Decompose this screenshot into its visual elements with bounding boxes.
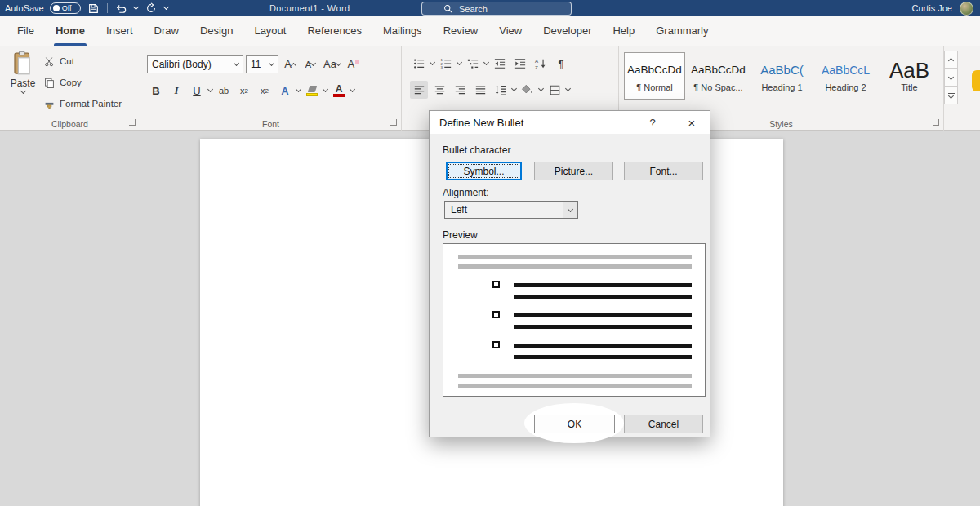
text-effects-button[interactable]: A [276,82,294,100]
align-center-button[interactable] [430,81,448,99]
quick-access-chevron-icon[interactable] [163,4,169,10]
tab-file[interactable]: File [7,16,45,46]
decrease-indent-button[interactable] [491,55,509,73]
superscript-button[interactable]: x2 [256,82,274,100]
tab-design[interactable]: Design [189,16,243,46]
tab-view[interactable]: View [488,16,532,46]
font-color-button[interactable]: A [330,82,348,100]
tab-references[interactable]: References [296,16,372,46]
preview-label: Preview [443,229,478,241]
copy-button[interactable]: Copy [44,72,122,93]
clipboard-group-label: Clipboard [0,119,140,129]
font-size-combobox[interactable]: 11 [246,55,278,73]
preview-bullet-square [492,311,500,318]
tab-insert[interactable]: Insert [96,16,144,46]
justify-button[interactable] [471,81,489,99]
styles-scroll-up-button[interactable] [944,51,958,69]
increase-indent-button[interactable] [511,55,529,73]
symbol-button[interactable]: Symbol... [446,162,522,180]
search-box[interactable]: Search [421,2,572,16]
borders-chevron-icon[interactable] [565,86,571,91]
underline-button[interactable]: U [188,82,206,100]
font-color-chevron-icon[interactable] [350,87,355,92]
clipboard-dialog-launcher[interactable] [129,119,136,126]
cut-button[interactable]: Cut [44,51,122,72]
clear-formatting-eraser-icon [355,60,359,64]
dialog-help-button[interactable]: ? [641,113,664,131]
tab-review[interactable]: Review [433,16,489,46]
grow-font-button[interactable]: A [281,55,299,73]
strikethrough-button[interactable]: ab [215,82,233,100]
alignment-dropdown[interactable]: Left [444,201,578,219]
text-effects-chevron-icon[interactable] [296,87,301,92]
tab-layout[interactable]: Layout [243,16,296,46]
style-tile-normal[interactable]: AaBbCcDd ¶ Normal [624,52,685,100]
numbering-button[interactable]: 123 [437,55,455,73]
cancel-button[interactable]: Cancel [624,415,703,433]
style-tile-no-spacing[interactable]: AaBbCcDd ¶ No Spac... [688,52,749,100]
undo-chevron-icon[interactable] [133,4,139,10]
paste-chevron-icon[interactable] [20,88,25,94]
format-painter-button[interactable]: Format Painter [44,93,122,114]
autosave-toggle[interactable]: Off [50,2,81,14]
styles-scroll-down-button[interactable] [944,69,958,87]
tab-grammarly[interactable]: Grammarly [645,16,719,46]
dialog-close-button[interactable]: × [679,113,705,131]
chevron-down-icon [948,93,954,99]
change-case-button[interactable]: Aa [322,55,342,73]
line-spacing-button[interactable] [492,81,510,99]
subscript-button[interactable]: x2 [235,82,253,100]
tab-developer[interactable]: Developer [532,16,602,46]
sort-az-icon: AZ [534,58,547,69]
clear-formatting-button[interactable]: A [345,55,363,73]
undo-icon[interactable] [114,1,128,16]
multilevel-chevron-icon[interactable] [483,60,489,65]
tab-home[interactable]: Home [45,16,96,46]
line-spacing-chevron-icon[interactable] [511,86,517,91]
styles-gallery-more-button[interactable] [944,87,958,104]
font-dialog-launcher[interactable] [390,119,397,126]
picture-button[interactable]: Picture... [534,162,613,180]
redo-icon[interactable] [144,1,158,16]
grammarly-edge-marker[interactable] [972,70,980,91]
tab-draw[interactable]: Draw [144,16,189,46]
numbered-list-icon: 123 [439,58,452,69]
borders-button[interactable] [546,81,564,99]
search-placeholder: Search [459,4,488,14]
bullets-chevron-icon[interactable] [430,60,435,65]
show-paragraph-marks-button[interactable]: ¶ [552,55,570,73]
sort-button[interactable]: AZ [532,55,550,73]
scissors-icon [44,56,55,67]
paste-button[interactable]: Paste [5,51,41,113]
bullets-button[interactable] [410,55,428,73]
ok-button[interactable]: OK [534,415,615,433]
align-left-button[interactable] [410,81,428,99]
copy-label: Copy [60,78,82,87]
shrink-font-button[interactable]: A [301,55,319,73]
numbering-chevron-icon[interactable] [457,60,462,65]
underline-chevron-icon[interactable] [207,87,213,92]
highlight-chevron-icon[interactable] [323,87,328,92]
tab-help[interactable]: Help [602,16,645,46]
avatar[interactable] [960,2,973,16]
styles-dialog-launcher[interactable] [933,119,939,126]
style-tile-title[interactable]: AaB Title [879,52,940,100]
save-icon[interactable] [87,1,101,16]
italic-button[interactable]: I [167,82,185,100]
shading-chevron-icon[interactable] [538,86,544,91]
font-button[interactable]: Font... [624,162,703,180]
dialog-titlebar[interactable]: Define New Bullet ? × [430,111,710,134]
highlight-color-button[interactable] [303,82,321,100]
multilevel-list-button[interactable] [464,55,482,73]
shading-button[interactable] [519,81,537,99]
indent-icon [514,58,527,69]
autosave-knob-icon [53,5,60,11]
preview-gray-line [458,255,692,259]
align-right-button[interactable] [451,81,469,99]
alignment-dropdown-arrow[interactable] [563,202,577,218]
style-tile-heading2[interactable]: AaBbCcL Heading 2 [815,52,876,100]
style-tile-heading1[interactable]: AaBbC( Heading 1 [751,52,813,100]
font-name-combobox[interactable]: Calibri (Body) [147,55,243,73]
tab-mailings[interactable]: Mailings [372,16,433,46]
bold-button[interactable]: B [147,82,165,100]
